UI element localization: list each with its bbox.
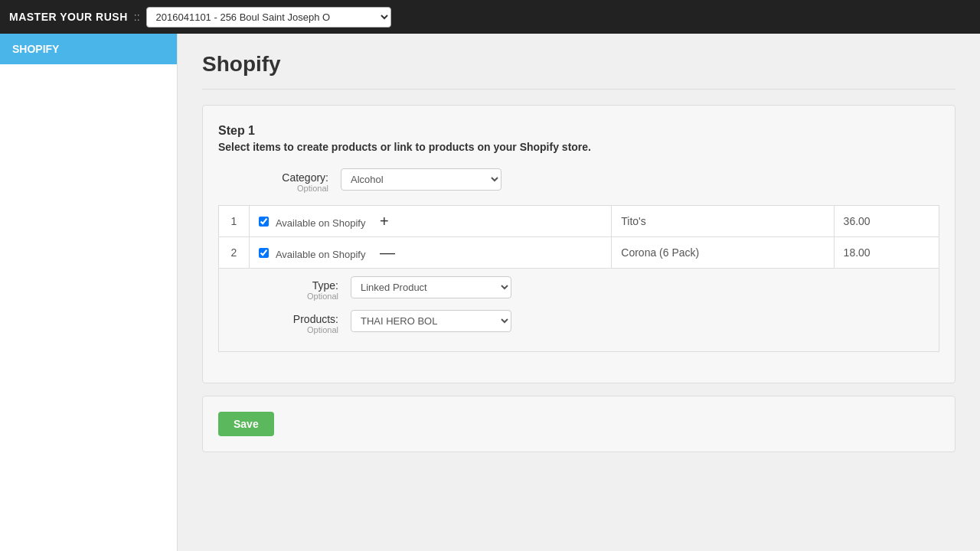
category-label: Category: xyxy=(218,171,328,184)
type-row: Type: Optional Linked Product xyxy=(228,276,929,301)
available-checkbox-2[interactable] xyxy=(259,248,269,258)
main-content: Shopify Step 1 Select items to create pr… xyxy=(178,34,980,551)
row-num-2: 2 xyxy=(219,237,250,269)
category-label-group: Category: Optional xyxy=(218,168,341,193)
location-dropdown[interactable]: 2016041101 - 256 Boul Saint Joseph O xyxy=(146,7,391,28)
category-select[interactable]: Alcohol xyxy=(341,168,501,191)
products-optional: Optional xyxy=(228,325,338,334)
item-price-2: 18.00 xyxy=(844,246,871,259)
step1-title: Step 1 xyxy=(218,124,939,138)
separator: :: xyxy=(134,11,140,23)
expanded-row: Type: Optional Linked Product Pro xyxy=(219,269,939,352)
expanded-cell: Type: Optional Linked Product Pro xyxy=(219,269,939,352)
sidebar-item-shopify[interactable]: SHOPIFY xyxy=(0,34,177,64)
item-name-cell-2: Corona (6 Pack) xyxy=(612,237,834,269)
type-select[interactable]: Linked Product xyxy=(351,276,511,298)
row-num-1: 1 xyxy=(219,206,250,237)
item-price-cell-1: 36.00 xyxy=(834,206,939,237)
item-name-2: Corona (6 Pack) xyxy=(621,246,699,259)
products-row: Products: Optional THAI HERO BOL xyxy=(228,310,929,334)
step1-card: Step 1 Select items to create products o… xyxy=(202,105,956,383)
category-row: Category: Optional Alcohol xyxy=(218,168,939,193)
step1-description: Select items to create products or link … xyxy=(218,141,939,153)
topbar: MASTER YOUR RUSH :: 2016041101 - 256 Bou… xyxy=(0,0,980,34)
item-name-1: Tito's xyxy=(621,215,646,227)
available-checkbox-1[interactable] xyxy=(259,217,269,227)
items-table: 1 Available on Shopify + Tito's 36.00 xyxy=(218,205,939,352)
products-label-group: Products: Optional xyxy=(228,310,351,334)
add-row-button-1[interactable]: + xyxy=(377,214,392,229)
type-label: Type: xyxy=(228,279,338,292)
table-row: 2 Available on Shopify — Corona (6 Pack)… xyxy=(219,237,939,269)
divider xyxy=(202,89,956,90)
products-label: Products: xyxy=(228,313,338,325)
sidebar: SHOPIFY xyxy=(0,34,178,551)
save-button[interactable]: Save xyxy=(218,412,274,436)
item-name-cell-1: Tito's xyxy=(612,206,834,237)
layout: SHOPIFY Shopify Step 1 Select items to c… xyxy=(0,34,980,551)
table-row: 1 Available on Shopify + Tito's 36.00 xyxy=(219,206,939,237)
item-price-1: 36.00 xyxy=(844,215,871,227)
app-title: MASTER YOUR RUSH xyxy=(9,11,128,23)
remove-row-button-2[interactable]: — xyxy=(377,245,398,260)
category-optional: Optional xyxy=(218,184,328,193)
page-title: Shopify xyxy=(202,52,956,77)
type-optional: Optional xyxy=(228,292,338,301)
save-card: Save xyxy=(202,396,956,452)
item-price-cell-2: 18.00 xyxy=(834,237,939,269)
type-label-group: Type: Optional xyxy=(228,276,351,301)
available-cell-2: Available on Shopify — xyxy=(250,237,612,269)
products-select[interactable]: THAI HERO BOL xyxy=(351,310,511,332)
available-cell-1: Available on Shopify + xyxy=(250,206,612,237)
